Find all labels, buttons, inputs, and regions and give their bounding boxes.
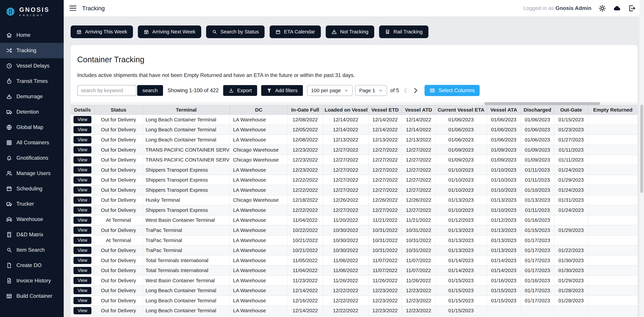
gear-icon[interactable]	[598, 4, 606, 12]
cell-vessel-ata: 01/09/2023	[487, 145, 521, 155]
cell-discharged: 01/15/2023	[521, 225, 554, 235]
cell-status: Out for Delivery	[94, 265, 142, 276]
cell-discharged: 01/16/2023	[521, 276, 554, 286]
table-row: ViewAt TerminalWest Basin Container Term…	[70, 215, 638, 225]
view-button[interactable]: View	[74, 277, 92, 284]
view-button[interactable]: View	[74, 136, 92, 143]
cell-vessel-ata	[487, 306, 521, 316]
cell-dc: LA Warehouse	[230, 276, 287, 286]
view-button[interactable]: View	[74, 217, 92, 224]
arriving-next-week-button[interactable]: Arriving Next Week	[138, 25, 201, 38]
view-button[interactable]: View	[74, 247, 92, 254]
sidebar-item-transit-times[interactable]: Transit Times	[0, 74, 64, 89]
cell-discharged: 01/17/2023	[521, 296, 554, 306]
not-tracking-button[interactable]: Not Tracking	[326, 25, 374, 38]
sidebar-item-trucker[interactable]: Trucker	[0, 196, 64, 212]
panel-title: Container Tracking	[77, 54, 631, 65]
sidebar-item-item-search[interactable]: Item Search	[0, 242, 64, 258]
horizontal-scrollbar-thumb[interactable]	[484, 102, 600, 105]
cell-current-vessel-eta: 01/10/2023	[435, 205, 487, 215]
view-button[interactable]: View	[74, 186, 92, 194]
view-button[interactable]: View	[74, 227, 92, 234]
main-content: Arriving This WeekArriving Next WeekSear…	[64, 16, 644, 317]
cell-vessel-etd: 12/23/2022	[368, 296, 402, 306]
logout-icon[interactable]	[628, 4, 636, 12]
cell-in-gate-full: 10/21/2022	[288, 235, 323, 245]
cell-vessel-etd: 12/26/2022	[368, 195, 402, 205]
sidebar-item-global-map[interactable]: Global Map	[0, 119, 64, 135]
cell-loaded-on-vessel: 12/27/2022	[323, 145, 368, 155]
cell-empty-returned	[588, 185, 638, 195]
cell-in-gate-full: 12/22/2022	[288, 175, 323, 185]
cell-details: View	[70, 135, 94, 145]
sidebar-item-label: Detention	[16, 109, 39, 115]
logged-in-prefix: Logged in as	[524, 5, 554, 11]
calendar-plus-icon	[144, 29, 149, 35]
cell-discharged: 01/13/2023	[521, 195, 554, 205]
hamburger-icon[interactable]	[70, 5, 76, 11]
view-button[interactable]: View	[74, 146, 92, 153]
vertical-scrollbar[interactable]	[640, 0, 644, 317]
cell-current-vessel-eta: 01/10/2023	[435, 165, 487, 175]
sidebar-item-invoice-history[interactable]: Invoice History	[0, 273, 64, 289]
sidebar-item-build-container[interactable]: Build Container	[0, 289, 64, 304]
table-row: ViewOut for DeliveryShippers Transport E…	[70, 185, 638, 195]
view-button[interactable]: View	[74, 267, 92, 274]
page-select[interactable]: Page 1	[355, 85, 387, 96]
sidebar-item-manage-users[interactable]: Manage Users	[0, 166, 64, 181]
sidebar-item-create-do[interactable]: Create DO	[0, 258, 64, 273]
cell-empty-returned	[588, 245, 638, 255]
horizontal-scrollbar[interactable]	[70, 102, 638, 105]
search-by-status-button[interactable]: Search by Status	[206, 25, 265, 38]
add-filters-button[interactable]: Add filters	[261, 85, 303, 96]
sidebar-item-gnotifications[interactable]: Gnotifications	[0, 150, 64, 166]
view-button[interactable]: View	[74, 116, 92, 123]
cell-details: View	[70, 145, 94, 155]
view-button[interactable]: View	[74, 307, 92, 314]
view-button[interactable]: View	[74, 197, 92, 204]
vertical-scrollbar-thumb[interactable]	[640, 105, 643, 193]
quick-button-label: Not Tracking	[340, 29, 368, 35]
view-button[interactable]: View	[74, 297, 92, 304]
cell-loaded-on-vessel: 10/30/2022	[323, 245, 368, 255]
arriving-this-week-button[interactable]: Arriving This Week	[70, 25, 133, 38]
sidebar-item-label: Home	[16, 32, 30, 38]
cloud-icon[interactable]	[613, 4, 621, 12]
sidebar-item-tracking[interactable]: Tracking	[0, 43, 64, 58]
cell-out-gate: 01/23/2023	[554, 125, 588, 135]
view-button[interactable]: View	[74, 237, 92, 244]
cell-vessel-atd: 12/13/2022	[402, 135, 435, 145]
sidebar-item-demurrage[interactable]: Demurrage	[0, 89, 64, 104]
cell-dc: LA Warehouse	[230, 115, 287, 125]
view-button[interactable]: View	[74, 156, 92, 164]
search-button[interactable]: search	[137, 85, 163, 96]
sidebar-item-label: Demurrage	[16, 93, 43, 100]
eta-calendar-button[interactable]: ETA Calendar	[270, 25, 321, 38]
per-page-select[interactable]: 100 per page	[307, 85, 352, 96]
sidebar-item-warehouse[interactable]: Warehouse	[0, 212, 64, 227]
cell-out-gate: 01/31/2023	[554, 195, 588, 205]
view-button[interactable]: View	[74, 166, 92, 174]
view-button[interactable]: View	[74, 206, 92, 214]
view-button[interactable]: View	[74, 287, 92, 294]
next-page-button[interactable]	[411, 86, 420, 95]
view-button[interactable]: View	[74, 257, 92, 264]
cell-terminal: Long Beach Container Terminal	[142, 115, 230, 125]
sidebar-item-scheduling[interactable]: Scheduling	[0, 181, 64, 196]
export-button[interactable]: Export	[223, 85, 257, 96]
download-icon	[228, 88, 234, 93]
tracking-panel: Container Tracking Includes active shipm…	[70, 45, 638, 317]
sidebar-item-all-containers[interactable]: All Containers	[0, 135, 64, 150]
sidebar-item-label: Invoice History	[16, 278, 51, 284]
search-input[interactable]	[77, 85, 136, 96]
select-columns-button[interactable]: Select Columns	[424, 85, 480, 96]
view-button[interactable]: View	[74, 176, 92, 184]
sidebar-item-home[interactable]: Home	[0, 27, 64, 43]
view-button[interactable]: View	[74, 126, 92, 133]
sidebar-item-vessel-delays[interactable]: Vessel Delays	[0, 58, 64, 74]
rail-tracking-button[interactable]: Rail Tracking	[379, 25, 428, 38]
prev-page-button[interactable]	[402, 86, 410, 95]
sidebar-item-label: Tracking	[16, 47, 36, 53]
sidebar-item-detention[interactable]: Detention	[0, 104, 64, 119]
sidebar-item-d-d-matrix[interactable]: D&D Matrix	[0, 227, 64, 242]
